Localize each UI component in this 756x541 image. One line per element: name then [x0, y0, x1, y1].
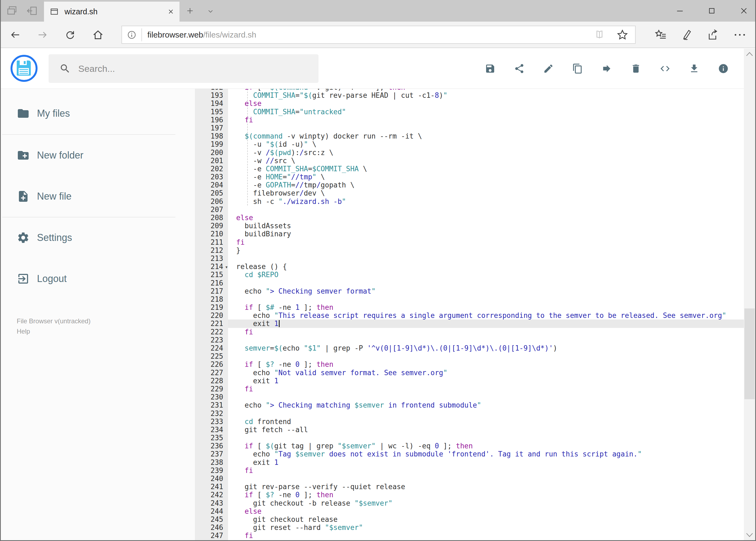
code-line[interactable]: 230: [195, 393, 744, 401]
code-line[interactable]: 237 echo "Tag $semver does not exist in …: [195, 450, 744, 458]
code-line[interactable]: 222 fi: [195, 328, 744, 336]
code-line[interactable]: 236 if [ $(git tag | grep "$semver" | wc…: [195, 442, 744, 450]
code-line[interactable]: 218: [195, 295, 744, 303]
sidebar-item-new-file[interactable]: New file: [0, 190, 195, 203]
share-icon[interactable]: [707, 29, 719, 41]
code-line[interactable]: 206 sh -c "./wizard.sh -b": [195, 198, 744, 206]
reading-view-icon[interactable]: [594, 29, 606, 41]
code-line[interactable]: 211fi: [195, 238, 744, 246]
code-line[interactable]: 242 if [ $? -ne 0 ]; then: [195, 491, 744, 499]
code-line[interactable]: 194 else: [195, 99, 744, 108]
browser-tab[interactable]: wizard.sh: [44, 2, 179, 22]
sidebar-item-new-folder[interactable]: New folder: [0, 149, 195, 162]
info-button[interactable]: [718, 63, 729, 74]
url-bar[interactable]: filebrowser.web/files/wizard.sh: [122, 26, 635, 44]
code-line[interactable]: 232: [195, 409, 744, 417]
code-line[interactable]: 233 cd frontend: [195, 417, 744, 426]
copy-button[interactable]: [572, 63, 583, 74]
code-line[interactable]: 240: [195, 475, 744, 483]
back-icon[interactable]: [10, 29, 21, 40]
code-view-button[interactable]: [660, 63, 670, 74]
code-line[interactable]: 225: [195, 352, 744, 360]
edit-button[interactable]: [543, 63, 554, 74]
new-tab-icon[interactable]: [186, 6, 194, 15]
filebrowser-logo-icon[interactable]: [11, 55, 38, 82]
sidebar-item-my-files[interactable]: My files: [0, 107, 195, 120]
sidebar-item-logout[interactable]: Logout: [0, 272, 195, 285]
code-line[interactable]: 245 git checkout release: [195, 515, 744, 523]
scroll-down-icon[interactable]: [745, 532, 754, 538]
download-button[interactable]: [689, 63, 700, 74]
page-scrollbar[interactable]: [744, 49, 755, 541]
code-line[interactable]: 203 -e HOME="//tmp" \: [195, 173, 744, 181]
search-input[interactable]: [78, 63, 319, 74]
code-line[interactable]: 216: [195, 279, 744, 287]
code-line[interactable]: 197: [195, 124, 744, 132]
code-line[interactable]: 241 git rev-parse --verify --quiet relea…: [195, 483, 744, 491]
code-line[interactable]: 200 -v /$(pwd):/src:z \: [195, 149, 744, 157]
code-line[interactable]: 223: [195, 336, 744, 344]
tabs-dropdown-icon[interactable]: [207, 8, 214, 15]
code-line[interactable]: 205 filebrowser/dev \: [195, 189, 744, 197]
code-line[interactable]: 199 -u "$(id -u)" \: [195, 140, 744, 148]
code-line[interactable]: 247 fi: [195, 532, 744, 540]
code-line[interactable]: 213: [195, 255, 744, 263]
code-line[interactable]: 215 cd $REPO: [195, 270, 744, 279]
tab-preview-icon[interactable]: [6, 5, 18, 17]
share-file-button[interactable]: [514, 63, 525, 74]
forward-icon[interactable]: [37, 29, 48, 40]
code-line[interactable]: 231 echo "> Checking matching $semver in…: [195, 401, 744, 409]
refresh-icon[interactable]: [65, 29, 76, 40]
code-editor[interactable]: 192 if [ "$(command -v git)" != "" ]; th…: [195, 89, 744, 541]
hub-icon[interactable]: [654, 29, 667, 41]
code-line[interactable]: 202 -e COMMIT_SHA=$COMMIT_SHA \: [195, 165, 744, 173]
code-line[interactable]: 214▾release () {: [195, 263, 744, 270]
code-line[interactable]: 234 git fetch --all: [195, 426, 744, 434]
code-line[interactable]: 196 fi: [195, 116, 744, 124]
code-line[interactable]: 195 COMMIT_SHA="untracked": [195, 108, 744, 116]
code-line[interactable]: 235: [195, 434, 744, 442]
move-button[interactable]: [601, 63, 612, 74]
annotate-pen-icon[interactable]: [681, 29, 693, 41]
code-line[interactable]: 198 $(command -v winpty) docker run --rm…: [195, 132, 744, 140]
code-line[interactable]: 246 git reset --hard "$semver": [195, 523, 744, 532]
favorite-star-icon[interactable]: [616, 29, 629, 41]
code-line[interactable]: 193 COMMIT_SHA="$(git rev-parse HEAD | c…: [195, 91, 744, 99]
code-line[interactable]: 204 -e GOPATH=//tmp/gopath \: [195, 181, 744, 189]
home-icon[interactable]: [92, 29, 104, 41]
code-line[interactable]: 192 if [ "$(command -v git)" != "" ]; th…: [195, 89, 744, 91]
code-line[interactable]: 238 exit 1: [195, 458, 744, 466]
code-line[interactable]: 244 else: [195, 507, 744, 515]
help-link[interactable]: Help: [17, 327, 30, 335]
code-line[interactable]: 228 exit 1: [195, 377, 744, 385]
code-line[interactable]: 219 if [ $# -ne 1 ]; then: [195, 303, 744, 311]
maximize-icon[interactable]: [708, 7, 715, 15]
code-line[interactable]: 201 -w //src \: [195, 157, 744, 165]
code-line[interactable]: 226 if [ $? -ne 0 ]; then: [195, 360, 744, 368]
scrollbar-thumb[interactable]: [744, 308, 755, 399]
code-line[interactable]: 220 echo "This release script requires a…: [195, 311, 744, 319]
scroll-up-icon[interactable]: [745, 51, 754, 57]
sidebar-item-settings[interactable]: Settings: [0, 231, 195, 244]
code-line[interactable]: 227 echo "Not valid semver format. See s…: [195, 369, 744, 377]
code-line[interactable]: 208else: [195, 214, 744, 222]
code-line[interactable]: 209 buildAssets: [195, 222, 744, 230]
more-options-icon[interactable]: [733, 32, 746, 38]
save-button[interactable]: [485, 63, 496, 74]
minimize-icon[interactable]: [676, 7, 684, 15]
code-line[interactable]: 239 fi: [195, 466, 744, 475]
close-window-icon[interactable]: [740, 7, 748, 15]
code-line[interactable]: 210 buildBinary: [195, 230, 744, 238]
site-info-icon[interactable]: [126, 29, 137, 40]
code-line[interactable]: 212}: [195, 246, 744, 255]
fold-marker-icon[interactable]: ▾: [225, 263, 228, 271]
set-tabs-aside-icon[interactable]: [26, 5, 38, 17]
code-line[interactable]: 224 semver=$(echo "$1" | grep -P '^v(0|[…: [195, 344, 744, 352]
search-box[interactable]: [49, 54, 319, 83]
delete-button[interactable]: [630, 63, 641, 74]
code-line[interactable]: 229 fi: [195, 385, 744, 393]
code-line[interactable]: 243 git checkout -b release "$semver": [195, 499, 744, 507]
code-line[interactable]: 221 exit 1: [195, 319, 744, 327]
code-line[interactable]: 217 echo "> Checking semver format": [195, 287, 744, 295]
code-line[interactable]: 207: [195, 206, 744, 214]
